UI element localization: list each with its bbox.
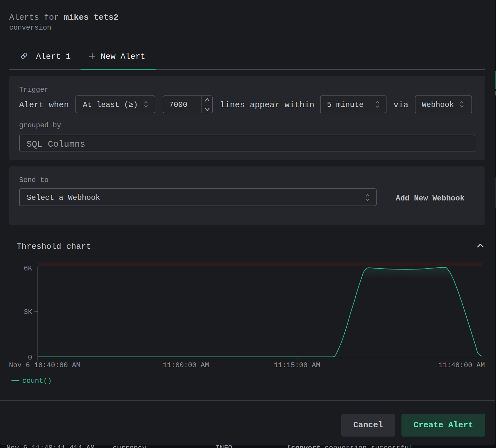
- svg-text:count(): count(): [22, 377, 52, 385]
- svg-text:11:40:00 AM: 11:40:00 AM: [439, 361, 485, 369]
- svg-text:11:15:00 AM: 11:15:00 AM: [274, 361, 320, 369]
- svg-text:6K: 6K: [24, 265, 32, 273]
- svg-text:0: 0: [28, 354, 32, 362]
- svg-text:11:00:00 AM: 11:00:00 AM: [163, 361, 209, 369]
- svg-text:3K: 3K: [24, 308, 32, 316]
- svg-text:Nov 6 10:40:00 AM: Nov 6 10:40:00 AM: [9, 361, 80, 369]
